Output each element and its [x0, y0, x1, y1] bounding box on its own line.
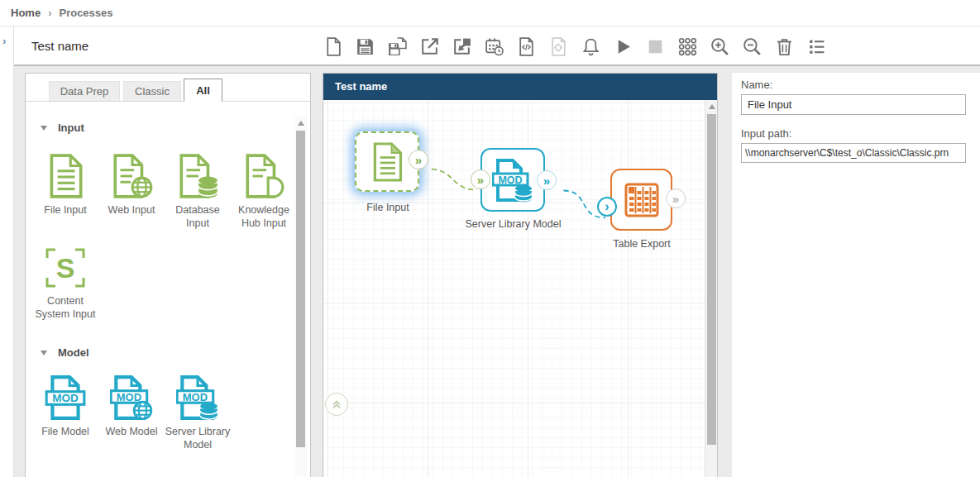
zoom-out-button[interactable]: [741, 36, 762, 57]
svg-text:MOD: MOD: [117, 391, 141, 403]
play-icon: [613, 36, 633, 57]
import-window-icon: [452, 36, 472, 57]
grid-dots-icon: [677, 36, 698, 57]
connector-file-input-to-model: [432, 169, 476, 190]
breadcrumb-processes[interactable]: Processes: [59, 7, 112, 19]
content-system-input-icon: S: [32, 243, 98, 289]
knowledge-hub-input-icon: [231, 152, 297, 198]
node-label-server-library-model: Server Library Model: [449, 217, 577, 231]
properties-panel: Name: Input path:: [732, 73, 980, 477]
palette-item-web-input[interactable]: Web Input: [98, 152, 165, 217]
zoom-out-icon: [742, 36, 762, 57]
port-export-output[interactable]: »: [666, 188, 686, 208]
process-header: Test name: [14, 26, 980, 66]
run-button[interactable]: [612, 36, 633, 57]
palette-item-content-system-input[interactable]: S Content System Input: [32, 243, 98, 321]
table-export-node-icon: [612, 170, 671, 229]
tab-all[interactable]: All: [184, 79, 222, 102]
tab-classic[interactable]: Classic: [123, 81, 181, 101]
stop-button[interactable]: [644, 36, 666, 57]
breadcrumb: Home › Processes: [0, 0, 980, 26]
workspace: Test name Data Prep Classic All: [14, 26, 980, 477]
export-window-icon: [419, 36, 440, 57]
breadcrumb-separator: ›: [48, 7, 51, 19]
palette-item-knowledge-hub-input[interactable]: Knowledge Hub Input: [231, 152, 297, 230]
collapse-arrow-icon: [41, 126, 47, 131]
bell-icon: [581, 36, 601, 57]
server-library-model-node-icon: MOD: [482, 150, 543, 210]
stop-icon: [645, 36, 666, 57]
palette-scrollbar[interactable]: [294, 117, 307, 476]
save-icon: [355, 36, 375, 57]
collapsed-nav-strip: ›: [0, 26, 14, 477]
trash-icon: [774, 36, 795, 57]
zoom-in-icon: [710, 36, 730, 57]
canvas-scrollbar-thumb[interactable]: [707, 114, 716, 445]
save-as-icon: [387, 36, 408, 57]
palette-item-file-input[interactable]: File Input: [32, 152, 98, 217]
toolbar: [322, 26, 827, 66]
scroll-up-icon[interactable]: [705, 100, 717, 112]
input-path-input[interactable]: [741, 143, 966, 163]
save-as-button[interactable]: [386, 36, 408, 57]
code-page-icon: [516, 36, 537, 57]
node-label-file-input: File Input: [330, 201, 446, 214]
process-settings-button[interactable]: [547, 36, 569, 57]
toggle-grid-button[interactable]: [676, 36, 698, 57]
palette-item-server-library-model[interactable]: MOD Server Library Model: [165, 374, 231, 451]
scroll-up-icon[interactable]: [294, 117, 307, 129]
svg-text:MOD: MOD: [498, 174, 522, 185]
list-icon: [806, 36, 827, 57]
section-model[interactable]: Model: [41, 346, 89, 359]
file-model-icon: MOD: [32, 374, 98, 420]
web-model-icon: MOD: [98, 374, 165, 420]
server-library-model-icon: MOD: [165, 374, 231, 420]
new-process-button[interactable]: [322, 36, 343, 57]
collapse-arrow-icon: [41, 351, 47, 355]
port-file-input-output[interactable]: »: [409, 150, 428, 169]
tab-data-prep[interactable]: Data Prep: [49, 81, 120, 101]
save-button[interactable]: [354, 36, 375, 57]
svg-text:MOD: MOD: [52, 392, 79, 404]
node-label-table-export: Table Export: [584, 237, 700, 250]
palette-item-web-model[interactable]: MOD Web Model: [98, 374, 165, 438]
port-export-input[interactable]: ›: [597, 197, 617, 217]
schedule-button[interactable]: [483, 36, 504, 57]
log-list-button[interactable]: [806, 36, 827, 57]
delete-button[interactable]: [773, 36, 795, 57]
canvas-title: Test name: [323, 74, 717, 100]
name-input[interactable]: [741, 94, 966, 115]
canvas-panel: Test name File Input » MOD Server Librar…: [323, 73, 718, 477]
svg-text:S: S: [56, 252, 75, 284]
section-input[interactable]: Input: [41, 122, 84, 134]
alerts-button[interactable]: [580, 36, 601, 57]
design-canvas[interactable]: File Input » MOD Server Library Model » …: [323, 100, 717, 477]
palette-item-database-input[interactable]: Database Input: [165, 152, 231, 230]
port-model-output[interactable]: »: [537, 170, 557, 190]
process-title: Test name: [31, 26, 88, 66]
breadcrumb-home[interactable]: Home: [11, 7, 41, 19]
new-document-icon: [323, 36, 343, 57]
import-process-button[interactable]: [451, 36, 472, 57]
collapse-up-icon[interactable]: [325, 393, 348, 416]
canvas-scrollbar[interactable]: [705, 100, 717, 477]
input-path-label: Input path:: [741, 127, 970, 140]
palette-scrollbar-thumb[interactable]: [296, 131, 305, 447]
process-definition-button[interactable]: [515, 36, 537, 57]
settings-page-icon: [548, 36, 569, 57]
port-model-input[interactable]: »: [471, 169, 490, 189]
zoom-in-button[interactable]: [709, 36, 730, 57]
expand-nav-icon[interactable]: ›: [2, 35, 6, 47]
palette-panel: Data Prep Classic All Input File Input W…: [25, 73, 311, 477]
export-process-button[interactable]: [418, 36, 440, 57]
palette-item-file-model[interactable]: MOD File Model: [32, 374, 98, 438]
file-input-icon: [32, 152, 98, 198]
palette-tabs: Data Prep Classic All: [26, 74, 310, 102]
web-input-icon: [98, 152, 165, 198]
node-table-export[interactable]: [610, 169, 672, 231]
database-input-icon: [165, 152, 231, 198]
calendar-clock-icon: [484, 36, 504, 57]
name-label: Name:: [741, 79, 970, 91]
svg-text:MOD: MOD: [183, 391, 208, 403]
